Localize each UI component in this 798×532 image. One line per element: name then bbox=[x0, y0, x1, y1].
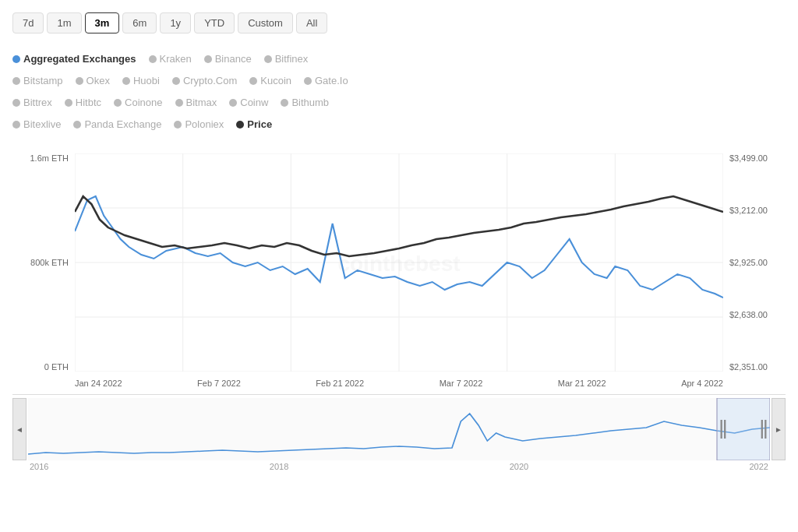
legend-label: Hitbtc bbox=[76, 93, 101, 113]
legend-label: Bitfinex bbox=[275, 49, 309, 69]
x-axis-label: Mar 21 2022 bbox=[558, 379, 606, 388]
legend-label: Binance bbox=[215, 49, 252, 69]
legend-item-bitexlive[interactable]: Bitexlive bbox=[12, 115, 61, 135]
legend-dot-gray bbox=[12, 77, 20, 85]
time-btn-1m[interactable]: 1m bbox=[47, 12, 81, 33]
legend-item-bithumb[interactable]: Bithumb bbox=[281, 93, 329, 113]
y-axis-right-label: $2,351.00 bbox=[729, 362, 768, 372]
time-btn-all[interactable]: All bbox=[296, 12, 327, 33]
scroll-left-button[interactable]: ◄ bbox=[12, 398, 26, 460]
mini-x-labels: 2016201820202022 bbox=[12, 460, 786, 471]
mini-chart-svg bbox=[28, 398, 770, 460]
legend-item-bitstamp[interactable]: Bitstamp bbox=[12, 71, 63, 91]
time-btn-6m[interactable]: 6m bbox=[122, 12, 157, 33]
y-axis-left: 1.6m ETH800k ETH0 ETH bbox=[12, 153, 75, 372]
legend-dot-gray bbox=[229, 99, 237, 107]
legend-label: Okex bbox=[87, 71, 110, 91]
y-axis-left-label: 800k ETH bbox=[30, 258, 69, 267]
y-axis-right-label: $2,638.00 bbox=[729, 310, 768, 319]
y-axis-right-label: $2,925.00 bbox=[729, 258, 768, 267]
legend-dot-gray bbox=[304, 77, 312, 85]
legend-label: Panda Exchange bbox=[84, 115, 161, 135]
svg-rect-12 bbox=[28, 398, 770, 460]
legend-item-kraken[interactable]: Kraken bbox=[149, 49, 192, 69]
legend-item-coinone[interactable]: Coinone bbox=[114, 93, 162, 113]
legend-dot-gray bbox=[174, 121, 182, 129]
legend-item-bittrex[interactable]: Bittrex bbox=[12, 93, 52, 113]
mini-chart-container: ◄ ► 2016201820202022 bbox=[12, 394, 786, 471]
legend-label: Aggregated Exchanges bbox=[23, 49, 136, 69]
legend-label: Bithumb bbox=[291, 93, 329, 113]
chart-area: cointhebest bbox=[75, 153, 723, 374]
legend-dot-gray bbox=[249, 77, 257, 85]
legend-label: Gate.Io bbox=[315, 71, 348, 91]
legend-item-price[interactable]: Price bbox=[236, 115, 272, 135]
time-btn-3m[interactable]: 3m bbox=[85, 12, 120, 33]
legend-dot-gray bbox=[175, 99, 183, 107]
legend-item-bitmax[interactable]: Bitmax bbox=[175, 93, 217, 113]
legend-item-gate-io[interactable]: Gate.Io bbox=[304, 71, 348, 91]
legend-item-binance[interactable]: Binance bbox=[204, 49, 252, 69]
legend-dot-gray bbox=[12, 99, 20, 107]
legend-item-poloniex[interactable]: Poloniex bbox=[174, 115, 224, 135]
legend-item-huobi[interactable]: Huobi bbox=[122, 71, 160, 91]
x-axis-label: Jan 24 2022 bbox=[75, 379, 122, 388]
mini-x-label: 2020 bbox=[510, 462, 528, 471]
legend-label: Coinone bbox=[125, 93, 162, 113]
legend-dot-gray bbox=[281, 99, 288, 107]
y-axis-right-label: $3,212.00 bbox=[729, 206, 768, 215]
legend-dot-gray bbox=[264, 55, 272, 63]
legend-item-bitfinex[interactable]: Bitfinex bbox=[264, 49, 309, 69]
legend-label: Coinw bbox=[240, 93, 268, 113]
y-axis-right: $3,499.00$3,212.00$2,925.00$2,638.00$2,3… bbox=[723, 153, 786, 372]
legend-item-coinw[interactable]: Coinw bbox=[229, 93, 268, 113]
mini-x-label: 2018 bbox=[270, 462, 288, 471]
chart-container: 1.6m ETH800k ETH0 ETH cointhebest bbox=[12, 153, 786, 388]
legend-label: Bitstamp bbox=[23, 71, 63, 91]
legend-item-hitbtc[interactable]: Hitbtc bbox=[65, 93, 101, 113]
time-btn-custom[interactable]: Custom bbox=[238, 12, 293, 33]
y-axis-left-label: 1.6m ETH bbox=[30, 153, 69, 163]
legend-row-3: BitexlivePanda ExchangePoloniexPrice bbox=[12, 115, 786, 135]
legend-item-panda-exchange[interactable]: Panda Exchange bbox=[73, 115, 161, 135]
legend-dot-gray bbox=[149, 55, 157, 63]
legend-dot-gray bbox=[204, 55, 212, 63]
legend-dot-gray bbox=[172, 77, 180, 85]
legend-label: Kucoin bbox=[260, 71, 291, 91]
legend-dot-gray bbox=[122, 77, 130, 85]
legend-item-kucoin[interactable]: Kucoin bbox=[249, 71, 291, 91]
legend-row-1: BitstampOkexHuobiCrypto.ComKucoinGate.Io bbox=[12, 71, 786, 91]
scroll-right-button[interactable]: ► bbox=[772, 398, 786, 460]
x-axis-label: Apr 4 2022 bbox=[681, 379, 723, 388]
legend-row-0: Aggregated ExchangesKrakenBinanceBitfine… bbox=[12, 49, 786, 69]
time-btn-1y[interactable]: 1y bbox=[160, 12, 191, 33]
legend-label: Bittrex bbox=[23, 93, 52, 113]
legend-dot-gray bbox=[76, 77, 83, 85]
time-range-bar: 7d1m3m6m1yYTDCustomAll bbox=[12, 12, 786, 33]
legend-dot-gray bbox=[12, 121, 20, 129]
legend-dot-dark bbox=[236, 121, 244, 129]
legend-item-crypto-com[interactable]: Crypto.Com bbox=[172, 71, 237, 91]
legend-label: Price bbox=[247, 115, 272, 135]
mini-chart-area bbox=[28, 398, 770, 460]
time-btn-7d[interactable]: 7d bbox=[12, 12, 44, 33]
x-axis-label: Feb 7 2022 bbox=[197, 379, 241, 388]
mini-x-label: 2022 bbox=[749, 462, 768, 471]
y-axis-right-label: $3,499.00 bbox=[729, 153, 768, 163]
legend-row-2: BittrexHitbtcCoinoneBitmaxCoinwBithumb bbox=[12, 93, 786, 113]
legend: Aggregated ExchangesKrakenBinanceBitfine… bbox=[12, 49, 786, 135]
mini-x-label: 2016 bbox=[30, 462, 48, 471]
x-axis-label: Feb 21 2022 bbox=[316, 379, 364, 388]
legend-item-aggregated-exchanges[interactable]: Aggregated Exchanges bbox=[12, 49, 136, 69]
legend-label: Poloniex bbox=[185, 115, 224, 135]
legend-label: Crypto.Com bbox=[183, 71, 237, 91]
legend-label: Huobi bbox=[133, 71, 160, 91]
time-btn-ytd[interactable]: YTD bbox=[194, 12, 235, 33]
legend-label: Kraken bbox=[160, 49, 192, 69]
x-axis: Jan 24 2022Feb 7 2022Feb 21 2022Mar 7 20… bbox=[12, 374, 786, 388]
legend-dot-gray bbox=[114, 99, 122, 107]
main-chart-svg bbox=[75, 153, 723, 372]
x-axis-label: Mar 7 2022 bbox=[440, 379, 483, 388]
legend-item-okex[interactable]: Okex bbox=[76, 71, 110, 91]
legend-dot-gray bbox=[65, 99, 72, 107]
